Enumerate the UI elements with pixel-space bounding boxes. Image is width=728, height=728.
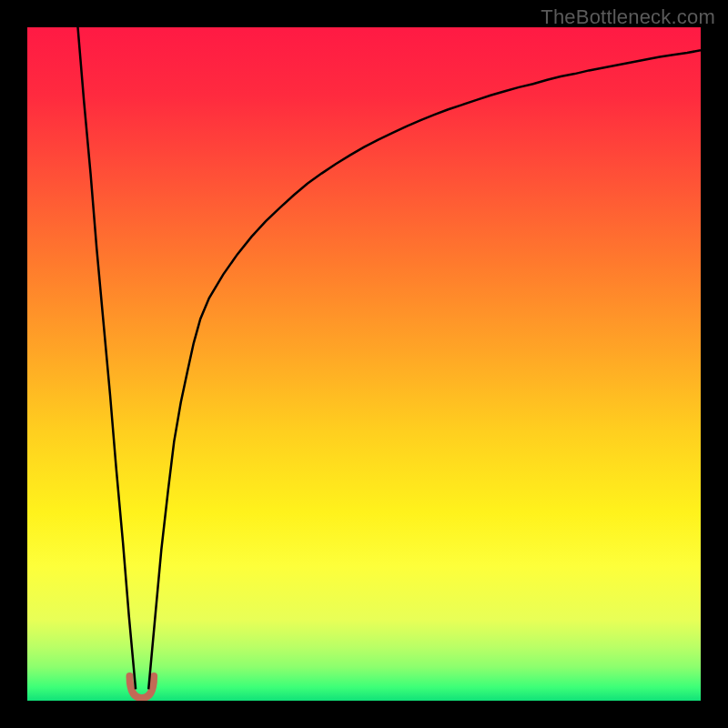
right-branch-curve [148,50,701,689]
plot-area [27,27,701,701]
left-branch-curve [78,27,136,689]
curve-layer [27,27,701,701]
chart-frame: TheBottleneck.com [0,0,728,728]
watermark-text: TheBottleneck.com [541,5,715,29]
